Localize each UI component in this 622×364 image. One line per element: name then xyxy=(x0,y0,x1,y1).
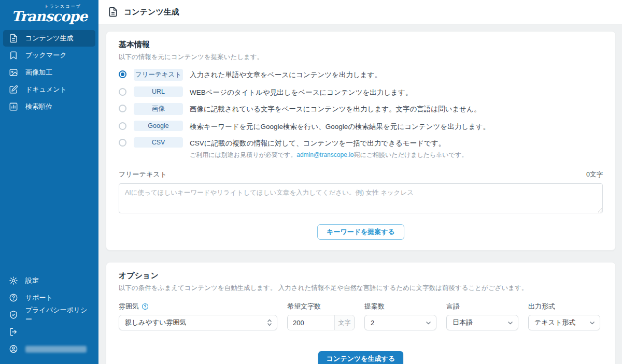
page-header: コンテンツ生成 xyxy=(98,0,622,24)
section-subtitle-options: 以下の条件をふまえてコンテンツを自動生成します。 入力された情報不足や自然な言語… xyxy=(119,284,603,293)
page-title: コンテンツ生成 xyxy=(124,7,179,17)
basic-info-card: 基本情報 以下の情報を元にコンテンツを提案いたします。 フリーテキスト 入力され… xyxy=(106,31,616,251)
freetext-header: フリーテキスト 0文字 xyxy=(119,170,603,179)
count-select[interactable]: 2 xyxy=(364,315,436,330)
option-fields: 雰囲気 親しみやすい雰囲気 希望文字数 文字 xyxy=(119,302,603,330)
radio-csv[interactable] xyxy=(119,139,126,147)
brand-kana: トランスコープ xyxy=(13,4,112,9)
option-description: CSVに記載の複数の情報に対して、コンテンツを一括で出力できるモードです。 xyxy=(190,139,445,147)
option-description: 入力された単語や文章をベースにコンテンツを出力します。 xyxy=(190,71,381,79)
section-title-options: オプション xyxy=(119,271,603,281)
length-unit: 文字 xyxy=(334,315,354,330)
help-icon xyxy=(9,293,18,302)
char-counter: 0文字 xyxy=(586,170,603,179)
source-option-url[interactable]: URL WEBページのタイトルや見出しをベースにコンテンツを出力します。 xyxy=(119,86,603,97)
source-option-freetext[interactable]: フリーテキスト 入力された単語や文章をベースにコンテンツを出力します。 xyxy=(119,69,603,81)
radio-freetext[interactable] xyxy=(119,70,126,78)
gear-icon xyxy=(9,276,18,285)
option-badge: 画像 xyxy=(134,103,183,115)
option-badge: CSV xyxy=(134,137,183,148)
sidebar-footer: 設定 サポート プライバシーポリシー xyxy=(0,272,98,358)
csv-note: ご利用には別途お見積りが必要です。admin@transcope.io宛にご相談… xyxy=(190,151,468,159)
sidebar-item-content-generation[interactable]: コンテンツ生成 xyxy=(3,30,95,47)
brand-name: Transcope xyxy=(0,9,98,24)
freetext-label: フリーテキスト xyxy=(119,170,167,179)
length-input[interactable] xyxy=(288,315,334,330)
option-badge: フリーテキスト xyxy=(134,69,183,81)
option-description: 画像に記載されている文字をベースにコンテンツを出力します。文字の言語は問いません… xyxy=(190,105,480,113)
logout-icon xyxy=(9,327,18,337)
sidebar-item-account[interactable] xyxy=(3,341,95,357)
suggest-keywords-button[interactable]: キーワードを提案する xyxy=(317,224,404,240)
format-select[interactable]: テキスト形式 xyxy=(528,315,600,330)
sidebar-item-label: プライバシーポリシー xyxy=(25,305,90,324)
document-icon xyxy=(9,34,18,43)
option-badge: URL xyxy=(134,86,183,97)
bookmark-icon xyxy=(9,51,18,60)
content: 基本情報 以下の情報を元にコンテンツを提案いたします。 フリーテキスト 入力され… xyxy=(98,24,622,364)
updown-chevron-icon xyxy=(267,318,272,327)
brand-logo[interactable]: トランスコープ Transcope xyxy=(0,0,98,29)
source-options: フリーテキスト 入力された単語や文章をベースにコンテンツを出力します。 URL … xyxy=(119,69,603,159)
sidebar-item-label: ブックマーク xyxy=(25,51,67,60)
language-select[interactable]: 日本語 xyxy=(446,315,518,330)
radio-google[interactable] xyxy=(119,122,126,130)
sidebar-item-bookmarks[interactable]: ブックマーク xyxy=(3,47,95,64)
chevron-down-icon xyxy=(589,320,595,326)
user-icon xyxy=(9,344,18,354)
field-mood: 雰囲気 親しみやすい雰囲気 xyxy=(119,302,277,330)
sidebar-item-image-processing[interactable]: 画像加工 xyxy=(3,64,95,81)
option-badge: Google xyxy=(134,121,183,131)
generate-content-button[interactable]: コンテンツを生成する xyxy=(318,351,403,364)
mood-select[interactable]: 親しみやすい雰囲気 xyxy=(119,315,277,330)
radio-image[interactable] xyxy=(119,105,126,112)
sidebar-item-privacy-policy[interactable]: プライバシーポリシー xyxy=(3,307,95,323)
account-email-redacted xyxy=(25,346,87,353)
app: トランスコープ Transcope コンテンツ生成 ブックマーク 画像加工 xyxy=(0,0,622,364)
contact-email-link[interactable]: admin@transcope.io xyxy=(296,151,354,158)
source-option-google[interactable]: Google 検索キーワードを元にGoogle検索を行い、Googleの検索結果… xyxy=(119,121,603,132)
sidebar-item-support[interactable]: サポート xyxy=(3,289,95,306)
sidebar-item-label: 設定 xyxy=(25,276,39,285)
image-icon xyxy=(9,68,18,77)
format-label: 出力形式 xyxy=(528,302,600,311)
main-area: コンテンツ生成 基本情報 以下の情報を元にコンテンツを提案いたします。 フリーテ… xyxy=(98,0,622,364)
field-count: 提案数 2 xyxy=(364,302,436,330)
language-label: 言語 xyxy=(446,302,518,311)
sidebar-item-label: 画像加工 xyxy=(25,68,52,77)
help-icon[interactable] xyxy=(142,303,149,310)
section-title-basic: 基本情報 xyxy=(119,40,603,50)
shield-icon xyxy=(9,310,18,319)
sidebar-item-logout[interactable] xyxy=(3,324,95,340)
sidebar-item-settings[interactable]: 設定 xyxy=(3,272,95,289)
sidebar: トランスコープ Transcope コンテンツ生成 ブックマーク 画像加工 xyxy=(0,0,98,364)
options-card: オプション 以下の条件をふまえてコンテンツを自動生成します。 入力された情報不足… xyxy=(106,262,616,364)
field-language: 言語 日本語 xyxy=(446,302,518,330)
source-option-image[interactable]: 画像 画像に記載されている文字をベースにコンテンツを出力します。文字の言語は問い… xyxy=(119,103,603,115)
sidebar-menu: コンテンツ生成 ブックマーク 画像加工 ドキュメント xyxy=(0,30,98,115)
field-format: 出力形式 テキスト形式 xyxy=(528,302,600,330)
freetext-input[interactable] xyxy=(119,183,603,213)
length-label: 希望文字数 xyxy=(287,302,355,311)
chevron-down-icon xyxy=(507,320,513,326)
sidebar-item-label: ドキュメント xyxy=(25,85,67,94)
length-input-group: 文字 xyxy=(287,315,355,330)
chevron-down-icon xyxy=(426,320,431,326)
source-option-csv[interactable]: CSV CSVに記載の複数の情報に対して、コンテンツを一括で出力できるモードです… xyxy=(119,137,603,159)
field-length: 希望文字数 文字 xyxy=(287,302,355,330)
mood-label: 雰囲気 xyxy=(119,302,139,311)
chart-icon xyxy=(9,102,18,111)
option-description: WEBページのタイトルや見出しをベースにコンテンツを出力します。 xyxy=(190,89,412,96)
sidebar-item-search-ranking[interactable]: 検索順位 xyxy=(3,98,95,115)
sidebar-item-label: サポート xyxy=(25,293,53,302)
sidebar-item-label: コンテンツ生成 xyxy=(25,34,74,43)
sidebar-item-label: 検索順位 xyxy=(25,102,52,111)
sidebar-item-documents[interactable]: ドキュメント xyxy=(3,81,95,98)
section-subtitle-basic: 以下の情報を元にコンテンツを提案いたします。 xyxy=(119,53,603,62)
edit-icon xyxy=(9,85,18,94)
radio-url[interactable] xyxy=(119,88,126,96)
option-description: 検索キーワードを元にGoogle検索を行い、Googleの検索結果を元にコンテン… xyxy=(190,123,490,130)
count-label: 提案数 xyxy=(364,302,436,311)
